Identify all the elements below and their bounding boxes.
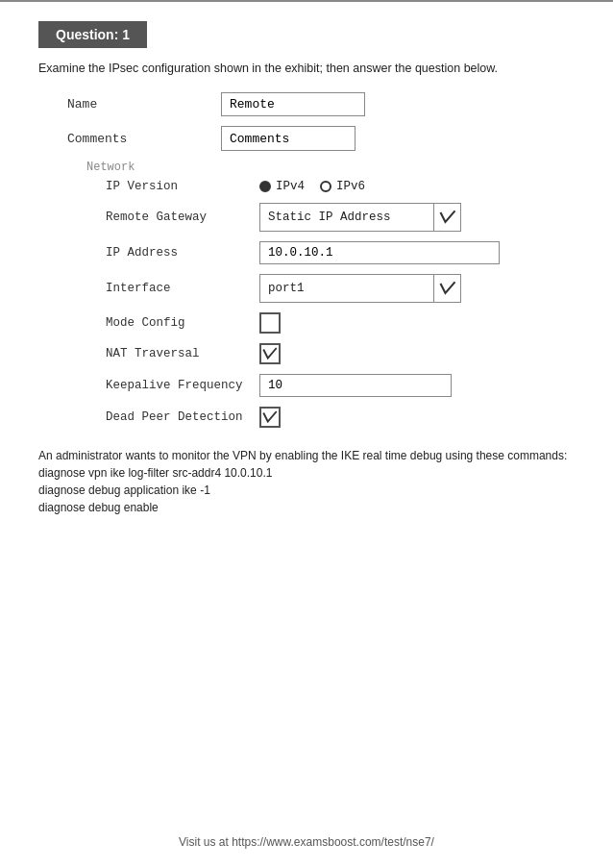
nat-traversal-label: NAT Traversal <box>106 347 259 360</box>
footer: Visit us at https://www.examsboost.com/t… <box>0 835 613 849</box>
ipv4-radio-filled <box>259 181 271 192</box>
dropdown-arrow-interface[interactable] <box>433 275 460 302</box>
ip-address-row: IP Address <box>106 241 575 264</box>
comments-input[interactable] <box>221 126 356 151</box>
dead-peer-checkbox[interactable] <box>259 407 281 428</box>
interface-value: port1 <box>260 278 433 299</box>
checkmark-icon-remote-gateway <box>438 208 457 227</box>
bottom-line1: An administrator wants to monitor the VP… <box>38 447 575 464</box>
interface-dropdown[interactable]: port1 <box>259 274 461 303</box>
interface-label: Interface <box>106 282 259 295</box>
intro-text: Examine the IPsec configuration shown in… <box>38 62 575 75</box>
bottom-line4: diagnose debug enable <box>38 499 575 516</box>
nat-traversal-row: NAT Traversal <box>106 343 575 364</box>
comments-row: Comments <box>67 126 575 151</box>
bottom-text: An administrator wants to monitor the VP… <box>38 447 575 516</box>
nat-traversal-checkmark <box>261 345 279 362</box>
ipv6-radio-empty <box>320 181 331 192</box>
network-section: Network IP Version IPv4 IPv6 <box>67 161 575 428</box>
dead-peer-checkmark <box>261 409 279 426</box>
question-label: Question: 1 <box>56 27 130 42</box>
dropdown-arrow-remote-gateway[interactable] <box>433 204 460 231</box>
name-row: Name <box>67 92 575 116</box>
dead-peer-label: Dead Peer Detection <box>106 410 259 424</box>
form-container: Name Comments Network IP Version IPv4 <box>38 92 575 428</box>
ip-version-radio-group: IPv4 IPv6 <box>259 180 365 193</box>
ip-version-label: IP Version <box>106 180 259 193</box>
ip-address-label: IP Address <box>106 246 259 260</box>
ip-version-row: IP Version IPv4 IPv6 <box>106 180 575 193</box>
comments-label: Comments <box>67 132 221 146</box>
checkmark-icon-interface <box>438 279 457 298</box>
question-header: Question: 1 <box>38 21 147 48</box>
dead-peer-row: Dead Peer Detection <box>106 407 575 428</box>
ipv6-label: IPv6 <box>336 180 365 193</box>
network-rows: IP Version IPv4 IPv6 Remote Ga <box>86 180 575 428</box>
ip-address-input[interactable] <box>259 241 500 264</box>
interface-row: Interface port1 <box>106 274 575 303</box>
mode-config-row: Mode Config <box>106 312 575 334</box>
mode-config-checkbox[interactable] <box>259 312 281 334</box>
ipv4-radio-item[interactable]: IPv4 <box>259 180 305 193</box>
remote-gateway-label: Remote Gateway <box>106 211 259 224</box>
network-label: Network <box>86 161 575 174</box>
remote-gateway-row: Remote Gateway Static IP Address <box>106 203 575 232</box>
mode-config-label: Mode Config <box>106 316 259 330</box>
bottom-line2: diagnose vpn ike log-filter src-addr4 10… <box>38 464 575 482</box>
ipv6-radio-item[interactable]: IPv6 <box>320 180 365 193</box>
remote-gateway-value: Static IP Address <box>260 207 433 228</box>
keepalive-row: Keepalive Frequency <box>106 374 575 397</box>
ipv4-label: IPv4 <box>276 180 305 193</box>
nat-traversal-checkbox[interactable] <box>259 343 281 364</box>
keepalive-label: Keepalive Frequency <box>106 379 259 392</box>
top-border <box>0 0 613 2</box>
bottom-line3: diagnose debug application ike -1 <box>38 482 575 499</box>
name-label: Name <box>67 97 221 112</box>
footer-text: Visit us at https://www.examsboost.com/t… <box>179 835 434 849</box>
remote-gateway-dropdown[interactable]: Static IP Address <box>259 203 461 232</box>
name-input[interactable] <box>221 92 365 116</box>
keepalive-input[interactable] <box>259 374 452 397</box>
